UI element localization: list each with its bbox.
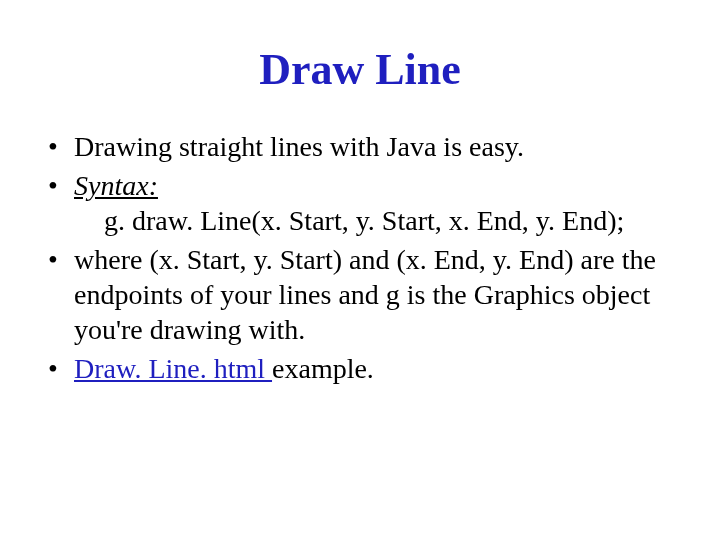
drawline-link[interactable]: Draw. Line. html (74, 353, 272, 384)
bullet-item: where (x. Start, y. Start) and (x. End, … (40, 242, 680, 347)
bullet-item: Syntax: g. draw. Line(x. Start, y. Start… (40, 168, 680, 238)
slide: Draw Line Drawing straight lines with Ja… (0, 44, 720, 540)
slide-title: Draw Line (0, 44, 720, 95)
syntax-code: g. draw. Line(x. Start, y. Start, x. End… (74, 203, 680, 238)
syntax-label: Syntax: (74, 170, 158, 201)
bullet-text: where (x. Start, y. Start) and (x. End, … (74, 244, 656, 345)
bullet-list: Drawing straight lines with Java is easy… (0, 129, 720, 386)
bullet-item: Drawing straight lines with Java is easy… (40, 129, 680, 164)
bullet-item: Draw. Line. html example. (40, 351, 680, 386)
bullet-text: example. (272, 353, 374, 384)
bullet-text: Drawing straight lines with Java is easy… (74, 131, 524, 162)
